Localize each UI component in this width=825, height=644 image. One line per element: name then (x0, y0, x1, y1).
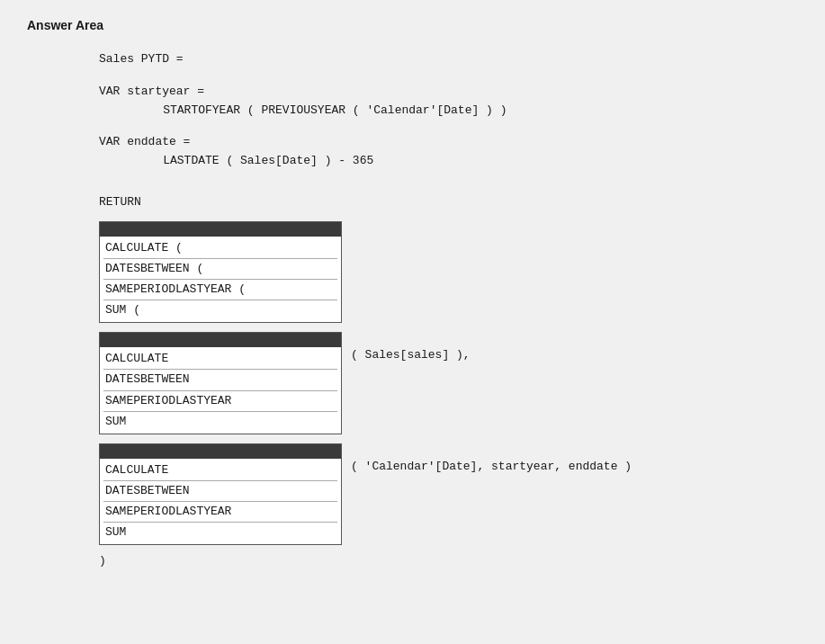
code-line-3: STARTOFYEAR ( PREVIOUSYEAR ( 'Calendar'[… (135, 102, 798, 121)
drag-box-3-items: CALCULATE DATESBETWEEN SAMEPERIODLASTYEA… (100, 459, 341, 545)
box3-item-1[interactable]: CALCULATE (103, 461, 337, 481)
box1-item-1[interactable]: CALCULATE ( (103, 238, 337, 259)
code-line-1: Sales PYTD = (99, 50, 798, 69)
drag-box-1[interactable]: CALCULATE ( DATESBETWEEN ( SAMEPERIODLAS… (99, 221, 342, 324)
page-container: Answer Area Sales PYTD = VAR startyear =… (0, 0, 825, 644)
box2-item-4[interactable]: SUM (103, 412, 337, 432)
drag-box-2-items: CALCULATE DATESBETWEEN SAMEPERIODLASTYEA… (100, 347, 341, 434)
box2-inline-text: ( Sales[sales] ), (351, 332, 471, 362)
box3-item-4[interactable]: SUM (103, 523, 337, 542)
answer-area-label: Answer Area (27, 18, 798, 32)
box1-item-4[interactable]: SUM ( (103, 300, 337, 320)
closing-paren: ) (99, 554, 798, 568)
box2-row: CALCULATE DATESBETWEEN SAMEPERIODLASTYEA… (99, 332, 798, 434)
drag-box-1-header (100, 222, 341, 237)
drag-box-3[interactable]: CALCULATE DATESBETWEEN SAMEPERIODLASTYEA… (99, 443, 342, 546)
drag-box-3-header (100, 444, 341, 459)
code-return-line: RETURN (99, 193, 798, 212)
code-line-4: VAR enddate = (99, 133, 798, 152)
box3-inline-text: ( 'Calendar'[Date], startyear, enddate ) (351, 443, 632, 473)
box1-item-3[interactable]: SAMEPERIODLASTYEAR ( (103, 280, 337, 300)
code-line-2: VAR startyear = (99, 83, 798, 102)
box2-item-2[interactable]: DATESBETWEEN (103, 370, 337, 390)
box3-item-3[interactable]: SAMEPERIODLASTYEAR (103, 502, 337, 523)
box2-item-1[interactable]: CALCULATE (103, 349, 337, 370)
box1-row: CALCULATE ( DATESBETWEEN ( SAMEPERIODLAS… (99, 221, 798, 324)
drag-box-1-items: CALCULATE ( DATESBETWEEN ( SAMEPERIODLAS… (100, 237, 341, 323)
box2-item-3[interactable]: SAMEPERIODLASTYEAR (103, 391, 337, 412)
code-section: Sales PYTD = VAR startyear = STARTOFYEAR… (99, 50, 798, 568)
code-line-5: LASTDATE ( Sales[Date] ) - 365 (135, 152, 798, 171)
box3-row: CALCULATE DATESBETWEEN SAMEPERIODLASTYEA… (99, 443, 798, 546)
box3-item-2[interactable]: DATESBETWEEN (103, 481, 337, 502)
drag-box-2[interactable]: CALCULATE DATESBETWEEN SAMEPERIODLASTYEA… (99, 332, 342, 434)
drag-box-2-header (100, 333, 341, 347)
box1-item-2[interactable]: DATESBETWEEN ( (103, 259, 337, 280)
